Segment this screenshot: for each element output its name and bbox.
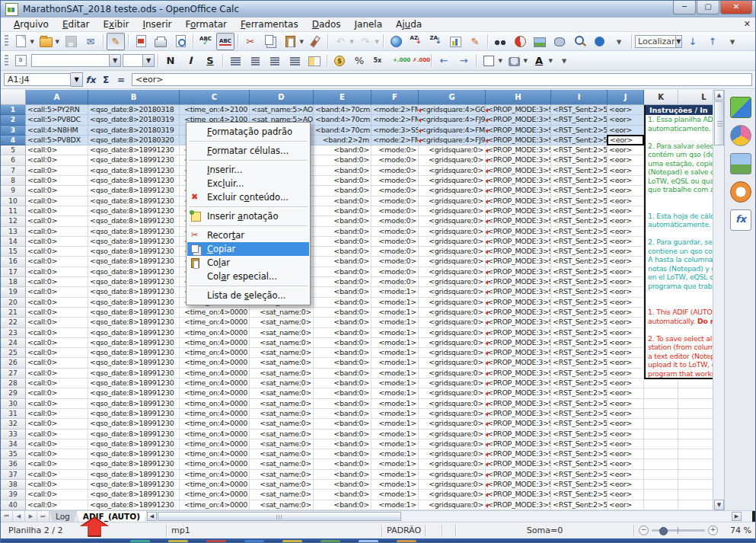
cell-B40[interactable]: <qso_date:8>18991230: [88, 500, 180, 510]
cell-I5[interactable]: <RST_Sent:2>59: [551, 145, 608, 155]
cell-J37[interactable]: <eor>: [608, 470, 644, 480]
cell-H20[interactable]: <PROP_MODE:3>SAT: [486, 298, 551, 308]
cell-B32[interactable]: <qso_date:8>18991230: [88, 419, 180, 429]
cell-F8[interactable]: <mode:0>: [372, 176, 419, 186]
cell-E40[interactable]: <band:0>: [314, 500, 372, 510]
row-header-37[interactable]: 37: [1, 470, 26, 480]
cell-A36[interactable]: <call:0>: [26, 459, 88, 469]
cell-H36[interactable]: <PROP_MODE:3>SAT: [486, 459, 551, 469]
close-button[interactable]: ✕: [720, 1, 752, 14]
cell-J12[interactable]: <eor>: [608, 216, 644, 226]
row-header-27[interactable]: 27: [1, 369, 26, 379]
cell-C23[interactable]: <time_on:4>0000: [180, 328, 250, 338]
cell-G4[interactable]: <gridsquare:4>FJ92: [419, 136, 486, 145]
cell-B24[interactable]: <qso_date:8>18991230: [88, 338, 180, 348]
sheet-tab-log[interactable]: Log: [49, 511, 77, 522]
cell-C1[interactable]: <time_on:4>2100: [180, 105, 250, 115]
cell-E14[interactable]: <band:0>: [314, 237, 372, 247]
cell-F6[interactable]: <mode:0>: [372, 155, 419, 165]
cut-icon[interactable]: ✂: [241, 33, 260, 50]
cell-F12[interactable]: <mode:0>: [372, 216, 419, 226]
cell-K40[interactable]: [644, 500, 678, 510]
sidebar-functions-icon[interactable]: fx: [730, 209, 751, 231]
cell-F27[interactable]: <mode:1>: [372, 369, 419, 379]
cell-G21[interactable]: <gridsquare:0>: [419, 308, 486, 318]
cell-E20[interactable]: <band:0>: [314, 298, 372, 308]
cell-K34[interactable]: [644, 439, 678, 449]
taskbar-app-icon[interactable]: [206, 540, 226, 543]
cell-B11[interactable]: <qso_date:8>18991230: [88, 206, 180, 216]
cell-L38[interactable]: [678, 480, 713, 490]
cell-H30[interactable]: <PROP_MODE:3>SAT: [486, 399, 551, 409]
menu-exibir[interactable]: Exibir: [97, 18, 136, 31]
cell-A12[interactable]: <call:0>: [26, 216, 88, 226]
edit-file-icon[interactable]: ✎: [107, 33, 125, 50]
cell-H11[interactable]: <PROP_MODE:3>SAT: [486, 206, 551, 216]
taskbar-app-icon[interactable]: [359, 540, 378, 543]
cell-F36[interactable]: <mode:1>: [372, 459, 419, 469]
cell-D35[interactable]: <sat_name:0>: [250, 449, 314, 459]
cell-G3[interactable]: <gridsquare:4>FM18: [419, 126, 486, 136]
cell-H38[interactable]: <PROP_MODE:3>SAT: [486, 480, 551, 490]
cell-J24[interactable]: <eor>: [608, 338, 644, 348]
cell-J35[interactable]: <eor>: [608, 449, 644, 459]
insert-chart-icon[interactable]: [446, 33, 464, 50]
zoom-slider[interactable]: [652, 529, 705, 532]
next-sheet-icon[interactable]: ▶: [25, 511, 37, 522]
add-decimal-place-icon[interactable]: +.000: [390, 52, 408, 69]
cell-E18[interactable]: <band:0>: [314, 277, 372, 287]
cell-G24[interactable]: <gridsquare:0>: [419, 338, 486, 348]
function-wizard-icon[interactable]: fx: [83, 73, 98, 87]
cell-B6[interactable]: <qso_date:8>18991230: [88, 155, 180, 165]
cell-B1[interactable]: <qso_date:8>20180318: [88, 105, 180, 115]
cell-G13[interactable]: <gridsquare:0>: [419, 227, 486, 237]
cell-B35[interactable]: <qso_date:8>18991230: [88, 449, 180, 459]
cell-B10[interactable]: <qso_date:8>18991230: [88, 196, 180, 206]
cell-G40[interactable]: <gridsquare:0>: [419, 500, 486, 510]
cell-J40[interactable]: <eor>: [608, 500, 644, 510]
cell-E28[interactable]: <band:0>: [314, 379, 372, 388]
cell-G7[interactable]: <gridsquare:0>: [419, 166, 486, 176]
cell-H39[interactable]: <PROP_MODE:3>SAT: [486, 490, 551, 500]
previous-sheet-icon[interactable]: ◀: [13, 511, 25, 522]
cell-K28[interactable]: [644, 379, 678, 388]
cell-K30[interactable]: [644, 399, 678, 409]
sort-ascending-icon[interactable]: [407, 33, 425, 50]
zoom-slider-thumb[interactable]: [659, 527, 668, 535]
cell-B14[interactable]: <qso_date:8>18991230: [88, 237, 180, 247]
row-header-40[interactable]: 40: [1, 500, 26, 510]
cell-F22[interactable]: <mode:1>: [372, 318, 419, 327]
cell-A21[interactable]: <call:0>: [26, 308, 88, 318]
cell-A13[interactable]: <call:0>: [26, 227, 88, 237]
italic-icon[interactable]: I: [181, 52, 199, 69]
cell-H13[interactable]: <PROP_MODE:3>SAT: [486, 227, 551, 237]
cell-I27[interactable]: <RST_Sent:2>59: [551, 369, 608, 379]
cell-H29[interactable]: <PROP_MODE:3>SAT: [486, 388, 551, 398]
cell-G26[interactable]: <gridsquare:0>: [419, 358, 486, 368]
cell-L32[interactable]: [678, 419, 713, 429]
cell-A28[interactable]: <call:0>: [26, 379, 88, 388]
cell-D23[interactable]: <sat_name:0>: [250, 328, 314, 338]
row-header-10[interactable]: 10: [1, 196, 26, 206]
cell-F11[interactable]: <mode:0>: [372, 206, 419, 216]
find-text-combobox[interactable]: Localizar▼: [635, 35, 682, 48]
cell-E30[interactable]: <band:0>: [314, 399, 372, 409]
cell-B19[interactable]: <qso_date:8>18991230: [88, 287, 180, 297]
context-menu-item-formata-o-padr-o[interactable]: Formatação padrão: [187, 125, 309, 139]
cell-F26[interactable]: <mode:1>: [372, 358, 419, 368]
zoom-control[interactable]: − +: [634, 525, 723, 535]
cell-F24[interactable]: <mode:1>: [372, 338, 419, 348]
context-menu-item-colar-especial[interactable]: Colar especial...: [187, 270, 309, 283]
cell-G16[interactable]: <gridsquare:0>: [419, 257, 486, 267]
cell-J30[interactable]: <eor>: [608, 399, 644, 409]
cell-G36[interactable]: <gridsquare:0>: [419, 459, 486, 469]
context-menu-item-inserir[interactable]: Inserir...: [187, 163, 309, 177]
row-header-9[interactable]: 9: [1, 186, 26, 196]
cell-H40[interactable]: <PROP_MODE:3>SAT: [486, 500, 551, 510]
auto-spellcheck-icon[interactable]: ABC: [216, 33, 234, 50]
cell-I25[interactable]: <RST_Sent:2>59: [551, 348, 608, 358]
cell-A40[interactable]: <call:0>: [26, 500, 88, 510]
show-draw-functions-icon[interactable]: ✎: [466, 33, 484, 50]
name-box[interactable]: A1:J4: [4, 73, 71, 86]
column-header-I[interactable]: I: [551, 90, 608, 105]
